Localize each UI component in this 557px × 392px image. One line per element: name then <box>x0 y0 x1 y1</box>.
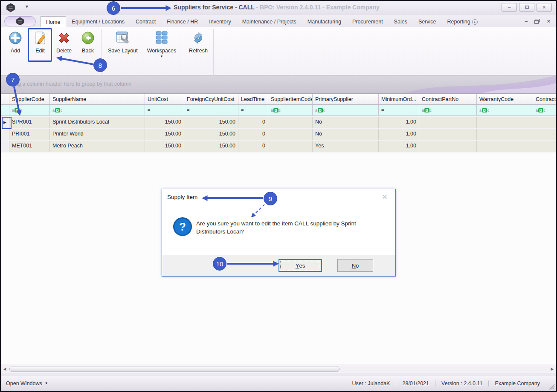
column-header-supplieritemcode[interactable]: SupplierItemCode <box>268 94 313 105</box>
equals-filter-icon[interactable]: = <box>238 105 268 116</box>
save-layout-button[interactable]: Save Layout <box>105 29 141 64</box>
cell-contract[interactable] <box>533 141 557 152</box>
scroll-right-icon[interactable]: ▶ <box>548 365 556 373</box>
cell-suppliercode[interactable]: SPR001 <box>9 117 50 128</box>
cell-warrantycode[interactable] <box>477 117 533 128</box>
cell-warrantycode[interactable] <box>477 129 533 140</box>
equals-filter-icon[interactable]: = <box>145 105 184 116</box>
delete-button[interactable]: Delete <box>53 29 75 64</box>
row-selector[interactable] <box>1 141 9 152</box>
abc-filter-icon[interactable]: aBc <box>477 105 533 116</box>
annotation-badge-7: 7 <box>6 73 20 86</box>
abc-filter-icon[interactable]: aBc <box>9 105 50 116</box>
cell-suppliername[interactable]: Sprint Distributors Local <box>50 117 145 128</box>
cell-contract[interactable] <box>533 129 557 140</box>
cell-suppliername[interactable]: Printer World <box>50 129 145 140</box>
workspaces-button[interactable]: Workspaces ▼ <box>144 29 179 64</box>
row-selector[interactable] <box>1 129 9 140</box>
cell-leadtime[interactable]: 0 <box>238 117 268 128</box>
cell-contractpartno[interactable] <box>419 141 477 152</box>
dialog-close-icon[interactable]: ✕ <box>382 193 388 202</box>
back-button[interactable]: Back <box>77 29 99 64</box>
abc-filter-icon[interactable]: aBc <box>313 105 379 116</box>
mdi-minimize-icon[interactable]: – <box>525 18 528 24</box>
close-button[interactable]: × <box>537 3 552 12</box>
cell-minimumord[interactable]: 1.00 <box>379 129 419 140</box>
cell-suppliername[interactable]: Metro Peach <box>50 141 145 152</box>
tab-contract[interactable]: Contract <box>130 16 161 27</box>
add-button[interactable]: Add <box>4 29 26 64</box>
cell-warrantycode[interactable] <box>477 141 533 152</box>
yes-button[interactable]: Yes <box>278 259 322 272</box>
column-header-contractpartno[interactable]: ContractPartNo <box>419 94 477 105</box>
cell-minimumord[interactable]: 1.00 <box>379 141 419 152</box>
abc-filter-icon[interactable]: aBc <box>533 105 557 116</box>
table-row[interactable]: MET001Metro Peach150.00150.000Yes1.00 <box>1 141 557 152</box>
cell-foreignccyunitcost[interactable]: 150.00 <box>184 129 238 140</box>
cell-primarysupplier[interactable]: No <box>313 129 379 140</box>
mdi-close-icon[interactable]: × <box>547 18 550 24</box>
delete-icon <box>57 31 71 45</box>
equals-filter-icon[interactable]: = <box>184 105 238 116</box>
table-row[interactable]: ▶SPR001Sprint Distributors Local150.0015… <box>1 117 557 128</box>
column-header-unitcost[interactable]: UnitCost <box>145 94 184 105</box>
tab-home[interactable]: Home <box>40 16 66 27</box>
tab-sales[interactable]: Sales <box>389 16 413 27</box>
cell-minimumord[interactable]: 1.00 <box>379 117 419 128</box>
tab-finance-hr[interactable]: Finance / HR <box>161 16 203 27</box>
mdi-restore-icon[interactable] <box>534 19 540 24</box>
application-menu-button[interactable] <box>4 16 36 26</box>
minimize-button[interactable]: – <box>502 3 517 12</box>
column-header-leadtime[interactable]: LeadTime <box>238 94 268 105</box>
column-header-foreignccyunitcost[interactable]: ForeignCcyUnitCost <box>184 94 238 105</box>
column-header-suppliername[interactable]: SupplierName <box>50 94 145 105</box>
column-header-minimumord[interactable]: MinimumOrd... <box>379 94 419 105</box>
cell-contractpartno[interactable] <box>419 129 477 140</box>
cell-contract[interactable] <box>533 117 557 128</box>
refresh-button[interactable]: Refresh <box>186 29 211 64</box>
tab-service[interactable]: Service <box>413 16 442 27</box>
group-by-hint: Drag a column header here to group by th… <box>9 81 131 87</box>
cell-primarysupplier[interactable]: No <box>313 117 379 128</box>
cell-suppliercode[interactable]: PRI001 <box>9 129 50 140</box>
cell-supplieritemcode[interactable] <box>268 117 313 128</box>
abc-filter-icon[interactable]: aBc <box>419 105 477 116</box>
cell-unitcost[interactable]: 150.00 <box>145 117 184 128</box>
cell-supplieritemcode[interactable] <box>268 129 313 140</box>
abc-filter-icon[interactable]: aBc <box>50 105 145 116</box>
no-button[interactable]: No <box>337 259 373 272</box>
tab-manufacturing[interactable]: Manufacturing <box>302 16 347 27</box>
equals-filter-icon[interactable]: = <box>379 105 419 116</box>
tab-maintenance-projects[interactable]: Maintenance / Projects <box>237 16 302 27</box>
cell-leadtime[interactable]: 0 <box>238 129 268 140</box>
cell-primarysupplier[interactable]: Yes <box>313 141 379 152</box>
column-header-warrantycode[interactable]: WarrantyCode <box>477 94 533 105</box>
column-header-suppliercode[interactable]: SupplierCode <box>9 94 50 105</box>
quick-access-caret-icon[interactable]: ▼ <box>25 4 29 9</box>
abc-filter-icon[interactable]: aBc <box>268 105 313 116</box>
column-header-primarysupplier[interactable]: PrimarySupplier <box>313 94 379 105</box>
tab-procurement[interactable]: Procurement <box>347 16 389 27</box>
resize-grip-icon[interactable] <box>549 384 555 390</box>
group-by-panel[interactable]: Drag a column header here to group by th… <box>1 75 556 94</box>
maximize-button[interactable] <box>519 3 534 12</box>
table-row[interactable]: PRI001Printer World150.00150.000No1.00 <box>1 129 557 140</box>
cell-foreignccyunitcost[interactable]: 150.00 <box>184 141 238 152</box>
tab-equipment-locations[interactable]: Equipment / Locations <box>66 16 130 27</box>
supply-item-dialog: Supply Item ✕ ? Are you sure you want to… <box>162 189 396 277</box>
cell-supplieritemcode[interactable] <box>268 141 313 152</box>
status-version: Version : 2.4.0.11 <box>435 380 488 386</box>
horizontal-scrollbar[interactable]: ◀ ▶ <box>1 365 556 373</box>
open-windows-dropdown[interactable]: Open Windows ▼ <box>6 380 48 386</box>
cell-foreignccyunitcost[interactable]: 150.00 <box>184 117 238 128</box>
cell-suppliercode[interactable]: MET001 <box>9 141 50 152</box>
column-header-contract[interactable]: Contract <box>533 94 557 105</box>
cell-leadtime[interactable]: 0 <box>238 141 268 152</box>
scroll-left-icon[interactable]: ◀ <box>1 365 9 373</box>
cell-contractpartno[interactable] <box>419 117 477 128</box>
cell-unitcost[interactable]: 150.00 <box>145 141 184 152</box>
tab-inventory[interactable]: Inventory <box>203 16 236 27</box>
cell-unitcost[interactable]: 150.00 <box>145 129 184 140</box>
scrollbar-thumb[interactable] <box>9 366 339 372</box>
tab-reporting[interactable]: Reporting▸ <box>442 16 483 27</box>
